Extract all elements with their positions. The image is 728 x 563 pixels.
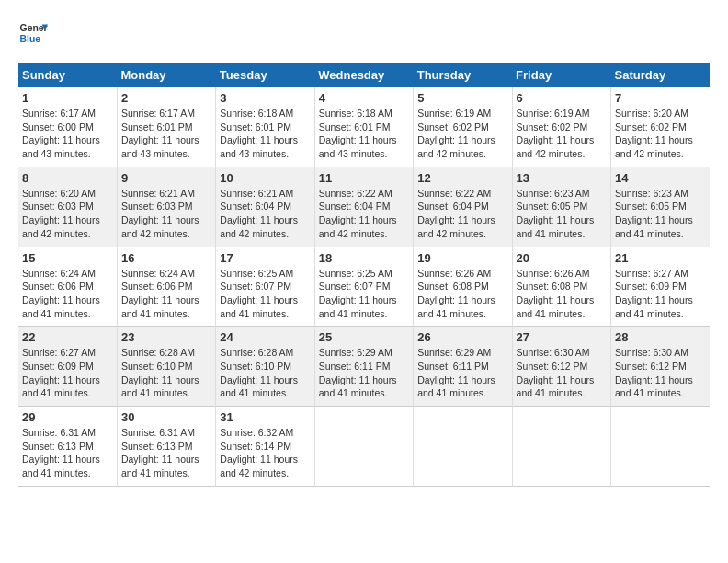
cell-content: Sunrise: 6:24 AM Sunset: 6:06 PM Dayligh… [22, 267, 113, 321]
cell-content: Sunrise: 6:32 AM Sunset: 6:14 PM Dayligh… [220, 426, 310, 480]
day-number: 2 [121, 91, 211, 105]
cell-content: Sunrise: 6:29 AM Sunset: 6:11 PM Dayligh… [417, 346, 507, 400]
calendar-cell: 6Sunrise: 6:19 AM Sunset: 6:02 PM Daylig… [512, 87, 610, 167]
day-number: 15 [22, 251, 113, 265]
calendar-cell: 27Sunrise: 6:30 AM Sunset: 6:12 PM Dayli… [512, 327, 610, 407]
week-row-4: 22Sunrise: 6:27 AM Sunset: 6:09 PM Dayli… [18, 327, 710, 407]
calendar-cell: 31Sunrise: 6:32 AM Sunset: 6:14 PM Dayli… [216, 407, 314, 487]
day-number: 30 [121, 410, 211, 424]
calendar-cell: 19Sunrise: 6:26 AM Sunset: 6:08 PM Dayli… [414, 247, 512, 327]
calendar-cell: 12Sunrise: 6:22 AM Sunset: 6:04 PM Dayli… [414, 167, 512, 247]
cell-content: Sunrise: 6:22 AM Sunset: 6:04 PM Dayligh… [417, 187, 507, 241]
day-number: 20 [517, 251, 607, 265]
calendar-cell [512, 407, 610, 487]
calendar-cell: 18Sunrise: 6:25 AM Sunset: 6:07 PM Dayli… [314, 247, 413, 327]
calendar-cell: 1Sunrise: 6:17 AM Sunset: 6:00 PM Daylig… [18, 87, 117, 167]
col-header-sunday: Sunday [18, 63, 117, 87]
cell-content: Sunrise: 6:28 AM Sunset: 6:10 PM Dayligh… [121, 346, 211, 400]
day-number: 1 [22, 91, 113, 105]
calendar-cell: 29Sunrise: 6:31 AM Sunset: 6:13 PM Dayli… [18, 407, 117, 487]
logo-icon: General Blue [18, 18, 48, 48]
calendar-cell [611, 407, 710, 487]
col-header-saturday: Saturday [611, 63, 710, 87]
cell-content: Sunrise: 6:22 AM Sunset: 6:04 PM Dayligh… [319, 187, 409, 241]
cell-content: Sunrise: 6:21 AM Sunset: 6:04 PM Dayligh… [220, 187, 310, 241]
svg-text:Blue: Blue [20, 34, 41, 44]
cell-content: Sunrise: 6:23 AM Sunset: 6:05 PM Dayligh… [615, 187, 706, 241]
day-number: 11 [319, 171, 409, 185]
day-number: 29 [22, 410, 113, 424]
day-number: 6 [517, 91, 607, 105]
calendar-cell: 17Sunrise: 6:25 AM Sunset: 6:07 PM Dayli… [216, 247, 314, 327]
calendar-cell: 11Sunrise: 6:22 AM Sunset: 6:04 PM Dayli… [314, 167, 413, 247]
calendar-cell: 3Sunrise: 6:18 AM Sunset: 6:01 PM Daylig… [216, 87, 314, 167]
day-number: 17 [220, 251, 310, 265]
calendar-cell: 13Sunrise: 6:23 AM Sunset: 6:05 PM Dayli… [512, 167, 610, 247]
cell-content: Sunrise: 6:19 AM Sunset: 6:02 PM Dayligh… [417, 107, 507, 161]
calendar-cell: 25Sunrise: 6:29 AM Sunset: 6:11 PM Dayli… [314, 327, 413, 407]
cell-content: Sunrise: 6:17 AM Sunset: 6:00 PM Dayligh… [22, 107, 113, 161]
cell-content: Sunrise: 6:31 AM Sunset: 6:13 PM Dayligh… [121, 426, 211, 480]
day-number: 22 [22, 330, 113, 344]
calendar-cell: 2Sunrise: 6:17 AM Sunset: 6:01 PM Daylig… [117, 87, 215, 167]
cell-content: Sunrise: 6:28 AM Sunset: 6:10 PM Dayligh… [220, 346, 310, 400]
day-number: 4 [319, 91, 409, 105]
cell-content: Sunrise: 6:18 AM Sunset: 6:01 PM Dayligh… [319, 107, 409, 161]
day-number: 31 [220, 410, 310, 424]
day-number: 9 [121, 171, 211, 185]
calendar-cell: 7Sunrise: 6:20 AM Sunset: 6:02 PM Daylig… [611, 87, 710, 167]
cell-content: Sunrise: 6:18 AM Sunset: 6:01 PM Dayligh… [220, 107, 310, 161]
col-header-thursday: Thursday [414, 63, 512, 87]
week-row-5: 29Sunrise: 6:31 AM Sunset: 6:13 PM Dayli… [18, 407, 710, 487]
cell-content: Sunrise: 6:26 AM Sunset: 6:08 PM Dayligh… [417, 267, 507, 321]
calendar-cell [314, 407, 413, 487]
cell-content: Sunrise: 6:21 AM Sunset: 6:03 PM Dayligh… [121, 187, 211, 241]
cell-content: Sunrise: 6:29 AM Sunset: 6:11 PM Dayligh… [319, 346, 409, 400]
col-header-tuesday: Tuesday [216, 63, 314, 87]
week-row-1: 1Sunrise: 6:17 AM Sunset: 6:00 PM Daylig… [18, 87, 710, 167]
calendar-table: SundayMondayTuesdayWednesdayThursdayFrid… [18, 63, 710, 487]
calendar-cell: 30Sunrise: 6:31 AM Sunset: 6:13 PM Dayli… [117, 407, 215, 487]
calendar-cell: 23Sunrise: 6:28 AM Sunset: 6:10 PM Dayli… [117, 327, 215, 407]
cell-content: Sunrise: 6:17 AM Sunset: 6:01 PM Dayligh… [121, 107, 211, 161]
cell-content: Sunrise: 6:27 AM Sunset: 6:09 PM Dayligh… [615, 267, 706, 321]
calendar-cell: 5Sunrise: 6:19 AM Sunset: 6:02 PM Daylig… [414, 87, 512, 167]
calendar-cell: 14Sunrise: 6:23 AM Sunset: 6:05 PM Dayli… [611, 167, 710, 247]
day-number: 19 [417, 251, 507, 265]
calendar-cell: 26Sunrise: 6:29 AM Sunset: 6:11 PM Dayli… [414, 327, 512, 407]
page-header: General Blue [18, 18, 710, 48]
cell-content: Sunrise: 6:30 AM Sunset: 6:12 PM Dayligh… [615, 346, 706, 400]
day-number: 12 [417, 171, 507, 185]
day-number: 5 [417, 91, 507, 105]
calendar-cell: 28Sunrise: 6:30 AM Sunset: 6:12 PM Dayli… [611, 327, 710, 407]
calendar-cell: 9Sunrise: 6:21 AM Sunset: 6:03 PM Daylig… [117, 167, 215, 247]
day-number: 25 [319, 330, 409, 344]
calendar-cell: 10Sunrise: 6:21 AM Sunset: 6:04 PM Dayli… [216, 167, 314, 247]
calendar-cell: 16Sunrise: 6:24 AM Sunset: 6:06 PM Dayli… [117, 247, 215, 327]
calendar-cell: 15Sunrise: 6:24 AM Sunset: 6:06 PM Dayli… [18, 247, 117, 327]
day-number: 26 [417, 330, 507, 344]
logo: General Blue [18, 18, 48, 48]
calendar-cell: 24Sunrise: 6:28 AM Sunset: 6:10 PM Dayli… [216, 327, 314, 407]
day-number: 24 [220, 330, 310, 344]
calendar-cell: 20Sunrise: 6:26 AM Sunset: 6:08 PM Dayli… [512, 247, 610, 327]
cell-content: Sunrise: 6:20 AM Sunset: 6:02 PM Dayligh… [615, 107, 706, 161]
cell-content: Sunrise: 6:25 AM Sunset: 6:07 PM Dayligh… [220, 267, 310, 321]
cell-content: Sunrise: 6:23 AM Sunset: 6:05 PM Dayligh… [517, 187, 607, 241]
day-number: 3 [220, 91, 310, 105]
cell-content: Sunrise: 6:31 AM Sunset: 6:13 PM Dayligh… [22, 426, 113, 480]
calendar-cell: 22Sunrise: 6:27 AM Sunset: 6:09 PM Dayli… [18, 327, 117, 407]
day-number: 23 [121, 330, 211, 344]
col-header-monday: Monday [117, 63, 215, 87]
day-number: 18 [319, 251, 409, 265]
calendar-cell: 21Sunrise: 6:27 AM Sunset: 6:09 PM Dayli… [611, 247, 710, 327]
col-header-wednesday: Wednesday [314, 63, 413, 87]
cell-content: Sunrise: 6:20 AM Sunset: 6:03 PM Dayligh… [22, 187, 113, 241]
header-row: SundayMondayTuesdayWednesdayThursdayFrid… [18, 63, 710, 87]
day-number: 7 [615, 91, 706, 105]
day-number: 16 [121, 251, 211, 265]
cell-content: Sunrise: 6:27 AM Sunset: 6:09 PM Dayligh… [22, 346, 113, 400]
day-number: 27 [517, 330, 607, 344]
day-number: 13 [517, 171, 607, 185]
day-number: 28 [615, 330, 706, 344]
